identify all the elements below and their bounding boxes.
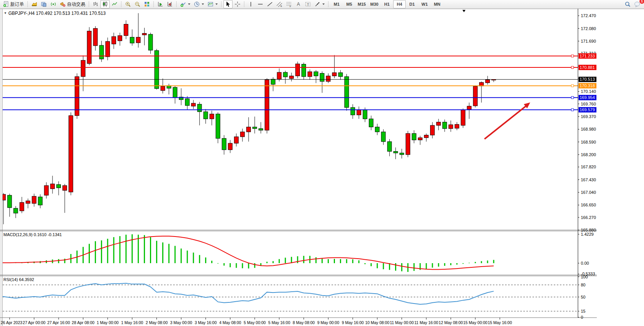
chart-ohlc-values: 170.492 170.513 170.431 170.513: [36, 11, 106, 16]
candle: [455, 125, 459, 128]
candle: [216, 114, 220, 138]
vertical-line-tool-button[interactable]: [246, 0, 255, 8]
svg-text:9 May 16:00: 9 May 16:00: [342, 320, 364, 325]
autotrading-label: 自动交易: [67, 1, 85, 8]
autotrading-button[interactable]: 自动交易: [58, 0, 87, 8]
search-button[interactable]: [623, 0, 632, 8]
svg-text:167.430: 167.430: [581, 177, 596, 182]
candle: [124, 24, 128, 36]
separator: [89, 1, 89, 7]
shift-chart-icon: [167, 1, 173, 7]
notifications-button[interactable]: 1: [633, 0, 642, 8]
separator: [27, 1, 28, 7]
candle: [191, 103, 196, 106]
svg-text:166.270: 166.270: [581, 215, 596, 220]
text-tool-button[interactable]: A: [294, 0, 303, 8]
bar-chart-mode-button[interactable]: [91, 0, 100, 8]
candle: [289, 76, 293, 78]
svg-text:28 Apr 08:00: 28 Apr 08:00: [72, 320, 95, 325]
rsi-indicator-label: RSI(14) 64.3592: [3, 277, 34, 282]
market-watch-button[interactable]: [30, 0, 39, 8]
navigator-button[interactable]: [39, 0, 48, 8]
candle-chart-mode-button[interactable]: [100, 0, 110, 8]
svg-text:9 May 00:00: 9 May 00:00: [317, 320, 340, 325]
new-order-button[interactable]: 新订单: [2, 0, 26, 8]
svg-text:170.140: 170.140: [581, 89, 596, 94]
candle: [387, 142, 392, 152]
price-label-169.954: 169.954: [579, 95, 596, 100]
horizontal-line-tool-button[interactable]: [256, 0, 265, 8]
candle: [105, 42, 110, 57]
indicators-button[interactable]: [179, 0, 192, 8]
candle: [210, 114, 214, 119]
candle: [32, 196, 36, 203]
candle: [473, 86, 477, 106]
candle: [283, 72, 287, 77]
candle: [93, 29, 97, 46]
svg-text:172.470: 172.470: [581, 13, 596, 18]
chart-canvas[interactable]: 172.470172.080171.690171.310170.920170.5…: [0, 9, 644, 326]
new-order-label: 新订单: [10, 1, 24, 8]
timeframe-button-H1[interactable]: H1: [381, 0, 393, 8]
candle: [44, 185, 48, 195]
candle: [173, 87, 177, 97]
svg-text:5 May 00:00: 5 May 00:00: [244, 320, 266, 325]
tile-windows-icon: [144, 1, 150, 7]
trendline-tool-button[interactable]: [265, 0, 274, 8]
line-chart-mode-button[interactable]: [110, 0, 119, 8]
templates-button[interactable]: [206, 0, 219, 8]
label-tool-button[interactable]: T: [303, 0, 312, 8]
svg-text:11 May 00:00: 11 May 00:00: [390, 320, 414, 325]
chevron-down-icon: [202, 3, 204, 5]
timeframe-bar: M1M5M15M30H1H4D1W1MN: [330, 0, 443, 8]
separator: [328, 1, 328, 7]
timeframe-button-M1[interactable]: M1: [330, 0, 343, 8]
cursor-tool-button[interactable]: [223, 0, 233, 8]
timeframe-button-M30[interactable]: M30: [368, 0, 381, 8]
fibonacci-tool-button[interactable]: F: [284, 0, 293, 8]
timeframe-button-MN[interactable]: MN: [431, 0, 443, 8]
candle: [50, 184, 54, 189]
candle: [295, 64, 300, 76]
shift-chart-button[interactable]: [165, 0, 174, 8]
crosshair-tool-button[interactable]: [233, 0, 242, 8]
timeframe-button-M15[interactable]: M15: [355, 0, 368, 8]
channel-tool-button[interactable]: E: [275, 0, 284, 8]
separator: [244, 1, 244, 7]
candle: [222, 138, 226, 150]
candle: [338, 73, 343, 77]
timeframe-button-D1[interactable]: D1: [406, 0, 418, 8]
candle: [69, 116, 73, 192]
separator: [153, 1, 154, 7]
timeframe-button-H4[interactable]: H4: [393, 0, 406, 8]
candle: [271, 79, 275, 85]
price-label-170.513: 170.513: [579, 77, 596, 82]
svg-text:169.954: 169.954: [580, 95, 595, 100]
svg-text:4 May 08:00: 4 May 08:00: [219, 320, 241, 325]
svg-text:168.980: 168.980: [581, 127, 596, 131]
tile-windows-button[interactable]: [142, 0, 151, 8]
chart-window[interactable]: 172.470172.080171.690171.310170.920170.5…: [0, 9, 644, 326]
svg-text:1.4229: 1.4229: [581, 232, 594, 237]
arrows-icon: [314, 1, 320, 7]
market-watch-icon: [31, 1, 37, 7]
zoom-in-button[interactable]: [123, 0, 132, 8]
svg-text:8 May 08:00: 8 May 08:00: [293, 320, 315, 325]
arrows-tool-button[interactable]: [313, 0, 326, 8]
timeframe-button-M5[interactable]: M5: [343, 0, 355, 8]
svg-text:12 May 08:00: 12 May 08:00: [439, 320, 463, 325]
periods-button[interactable]: [192, 0, 206, 8]
svg-text:171.690: 171.690: [581, 39, 596, 43]
candle: [87, 31, 91, 63]
zoom-out-button[interactable]: [133, 0, 142, 8]
timeframe-button-W1[interactable]: W1: [418, 0, 431, 8]
text-label-icon: T: [305, 1, 311, 7]
separator: [121, 1, 121, 7]
candle: [326, 76, 330, 82]
svg-text:T: T: [307, 3, 309, 6]
signals-button[interactable]: [49, 0, 58, 8]
indicators-icon: [180, 1, 186, 7]
zoom-in-icon: [125, 1, 131, 7]
autoscroll-button[interactable]: [156, 0, 165, 8]
candle: [418, 138, 422, 140]
